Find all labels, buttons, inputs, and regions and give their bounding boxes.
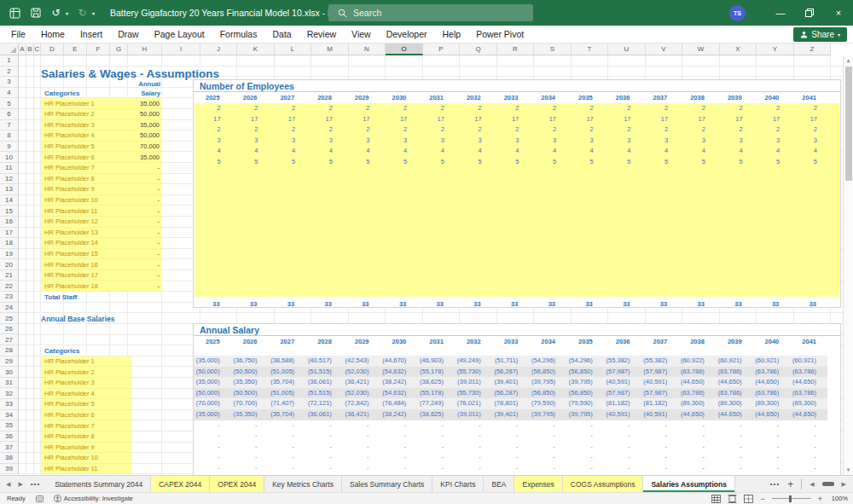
table-row[interactable]: (35,000)(35,350)(35,704)(36,061)(36,421)…: [194, 409, 827, 420]
column-header-R[interactable]: R: [497, 43, 534, 55]
page-layout-view-icon[interactable]: [728, 495, 737, 503]
normal-view-icon[interactable]: [711, 495, 721, 503]
row-header-36[interactable]: 36: [0, 432, 19, 443]
search-box[interactable]: Search: [328, 4, 533, 21]
column-header-L[interactable]: L: [275, 43, 311, 55]
column-header-A[interactable]: A: [19, 43, 26, 55]
row-header-19[interactable]: 19: [0, 249, 19, 260]
sheet-tab-kpi-charts[interactable]: KPI Charts: [432, 476, 484, 492]
sheet-tab-expenses[interactable]: Expenses: [514, 476, 562, 492]
table-row[interactable]: -----------------: [194, 442, 827, 453]
list-item[interactable]: HR Placeholder 4: [41, 389, 132, 400]
column-header-U[interactable]: U: [608, 43, 646, 55]
scroll-down-icon[interactable]: ▼: [844, 465, 853, 475]
table-row[interactable]: HR Placeholder 335,000: [41, 120, 162, 131]
zoom-slider[interactable]: [772, 498, 811, 499]
ribbon-tab-page-layout[interactable]: Page Layout: [147, 26, 212, 43]
column-header-Y[interactable]: Y: [757, 43, 794, 55]
table-row[interactable]: HR Placeholder 250,000: [41, 109, 162, 120]
list-item[interactable]: HR Placeholder 5: [41, 399, 132, 410]
restore-button[interactable]: [795, 0, 824, 26]
sheet-tab-sales-summary-charts[interactable]: Sales Summary Charts: [342, 476, 432, 492]
list-item[interactable]: HR Placeholder 7: [41, 420, 132, 432]
ribbon-tab-power-pivot[interactable]: Power Pivot: [468, 26, 531, 43]
column-header-K[interactable]: K: [237, 43, 275, 55]
row-header-11[interactable]: 11: [0, 163, 19, 174]
table-row[interactable]: 1717171717171717171717171717171717: [194, 114, 828, 125]
zoom-slider-thumb[interactable]: [789, 495, 792, 502]
horizontal-scroll-thumb[interactable]: [822, 482, 834, 486]
row-header-2[interactable]: 2: [0, 67, 19, 78]
zoom-out-button[interactable]: −: [760, 495, 764, 503]
list-item[interactable]: HR Placeholder 11: [41, 464, 132, 475]
undo-dropdown-icon[interactable]: ▾: [66, 10, 68, 16]
row-header-22[interactable]: 22: [0, 281, 19, 292]
row-header-10[interactable]: 10: [0, 152, 19, 163]
row-header-6[interactable]: 6: [0, 109, 19, 120]
sheet-list-icon[interactable]: •••: [31, 480, 40, 488]
list-item[interactable]: HR Placeholder 10: [41, 453, 132, 464]
column-header-T[interactable]: T: [572, 43, 608, 55]
sheet-tab-key-metrics-charts[interactable]: Key Metrics Charts: [264, 476, 342, 492]
table-row[interactable]: (50,000)(50,500)(51,005)(51,515)(52,030)…: [194, 388, 827, 399]
table-row[interactable]: HR Placeholder 635,000: [41, 152, 162, 163]
table-row[interactable]: (35,000)(36,750)(38,588)(40,517)(42,543)…: [194, 356, 827, 367]
row-header-8[interactable]: 8: [0, 130, 19, 142]
close-button[interactable]: ×: [824, 0, 853, 26]
row-header-20[interactable]: 20: [0, 259, 19, 270]
sheet-tab-capex-2044[interactable]: CAPEX 2044: [151, 476, 210, 492]
accessibility-status[interactable]: Accessibility: Investigate: [54, 495, 133, 502]
column-header-P[interactable]: P: [423, 43, 460, 55]
ribbon-tab-file[interactable]: File: [3, 26, 33, 43]
column-header-M[interactable]: M: [311, 43, 349, 55]
excel-app-icon[interactable]: [9, 7, 21, 20]
column-header-D[interactable]: D: [41, 43, 64, 55]
list-item[interactable]: HR Placeholder 3: [41, 378, 132, 389]
sheet-tab-opex-2044[interactable]: OPEX 2044: [210, 476, 264, 492]
column-header-J[interactable]: J: [200, 43, 237, 55]
row-header-7[interactable]: 7: [0, 120, 19, 131]
row-header-34[interactable]: 34: [0, 410, 19, 421]
table-row[interactable]: HR Placeholder 14-: [41, 238, 162, 249]
column-header-V[interactable]: V: [646, 43, 682, 55]
hscroll-left-icon[interactable]: ◀: [809, 481, 814, 488]
table-row[interactable]: (50,000)(50,500)(51,005)(51,515)(52,030)…: [194, 367, 827, 378]
list-item[interactable]: HR Placeholder 1: [41, 356, 132, 368]
row-header-37[interactable]: 37: [0, 442, 19, 453]
ribbon-tab-help[interactable]: Help: [435, 26, 469, 43]
grid-area[interactable]: Salaries & Wages - Assumptions Categorie…: [19, 55, 843, 475]
row-header-15[interactable]: 15: [0, 206, 19, 217]
share-button[interactable]: Share ▾: [793, 27, 847, 42]
qat-customize-icon[interactable]: ▾: [92, 10, 95, 16]
table-row[interactable]: HR Placeholder 135,000: [41, 98, 162, 109]
row-header-33[interactable]: 33: [0, 399, 19, 410]
table-row[interactable]: -----------------: [194, 420, 827, 432]
column-header-B[interactable]: B: [26, 43, 34, 55]
avatar[interactable]: TS: [729, 5, 746, 21]
table-row[interactable]: HR Placeholder 15-: [41, 249, 162, 260]
scroll-up-icon[interactable]: ▲: [844, 55, 853, 66]
column-header-Q[interactable]: Q: [460, 43, 497, 55]
row-header-3[interactable]: 3: [0, 77, 19, 88]
tab-overflow-icon[interactable]: •••: [770, 480, 780, 488]
list-item[interactable]: HR Placeholder 9: [41, 443, 132, 454]
ribbon-tab-formulas[interactable]: Formulas: [212, 26, 265, 43]
column-header-I[interactable]: I: [162, 43, 200, 55]
page-break-view-icon[interactable]: [744, 495, 753, 503]
row-header-25[interactable]: 25: [0, 313, 19, 324]
row-header-29[interactable]: 29: [0, 356, 19, 368]
column-header-G[interactable]: G: [110, 43, 128, 55]
column-header-H[interactable]: H: [128, 43, 162, 55]
table-row[interactable]: 33333333333333333: [194, 136, 828, 147]
row-header-28[interactable]: 28: [0, 345, 19, 356]
row-header-9[interactable]: 9: [0, 142, 19, 153]
table-row[interactable]: HR Placeholder 16-: [41, 259, 162, 270]
row-header-1[interactable]: 1: [0, 55, 19, 67]
table-row[interactable]: HR Placeholder 18-: [41, 281, 162, 292]
vertical-scroll-thumb[interactable]: [845, 67, 852, 181]
row-header-17[interactable]: 17: [0, 228, 19, 239]
macro-record-icon[interactable]: [36, 495, 44, 502]
column-header-C[interactable]: C: [34, 43, 41, 55]
table-row[interactable]: 22222222222222222: [194, 125, 828, 136]
table-row[interactable]: -----------------: [194, 431, 827, 442]
